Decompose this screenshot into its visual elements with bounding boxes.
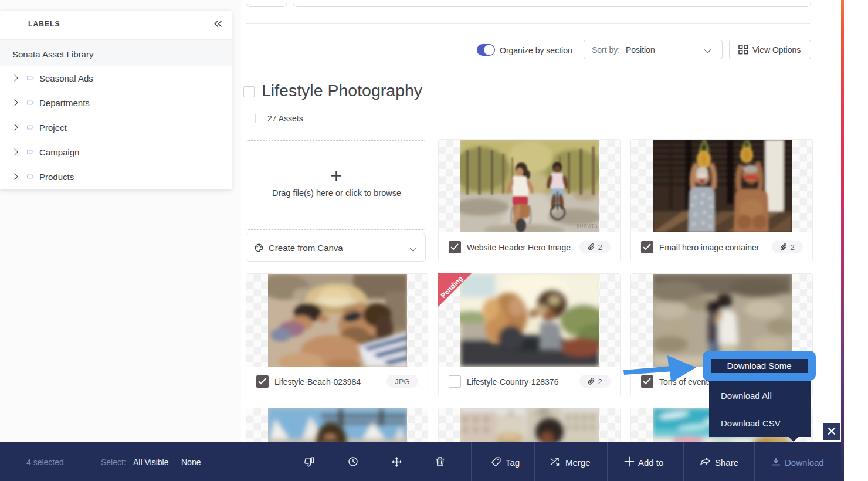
svg-text:SONATA: SONATA <box>577 223 598 229</box>
